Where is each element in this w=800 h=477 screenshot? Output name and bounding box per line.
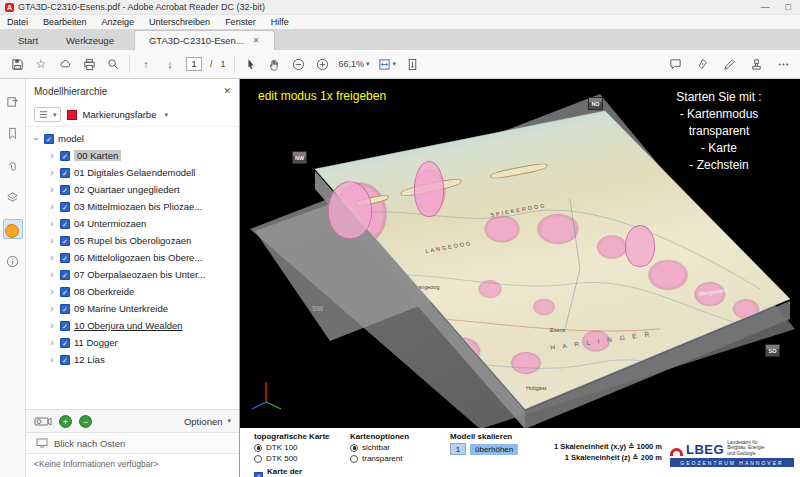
menu-fenster[interactable]: Fenster [225, 17, 256, 27]
expand-all-button[interactable]: + [59, 415, 72, 428]
select-tool-button[interactable] [243, 55, 259, 73]
menu-anzeige[interactable]: Anzeige [102, 17, 135, 27]
marker-color-label[interactable]: Markierungsfarbe [83, 109, 157, 120]
layers-button[interactable] [3, 187, 23, 207]
visibility-checkbox[interactable]: ✓ [60, 185, 70, 195]
radio-label[interactable]: DTK 100 [266, 443, 298, 452]
chevron-right-icon[interactable]: › [48, 338, 56, 348]
tab-werkzeuge[interactable]: Werkzeuge [52, 31, 128, 50]
next-page-button[interactable]: ↓ [162, 55, 178, 73]
chevron-right-icon[interactable]: › [48, 270, 56, 280]
visibility-checkbox[interactable]: ✓ [60, 304, 70, 314]
radio-transparent[interactable]: transparent [350, 454, 442, 463]
radio-button[interactable] [350, 444, 358, 452]
chevron-right-icon[interactable]: › [48, 219, 56, 229]
collapse-all-button[interactable]: − [79, 415, 92, 428]
radio-button[interactable] [254, 444, 262, 452]
tree-item[interactable]: ›✓10 Oberjura und Wealden [26, 317, 239, 334]
chevron-right-icon[interactable]: › [48, 355, 56, 365]
compass-cube-no[interactable]: NO [588, 97, 603, 110]
tab-document[interactable]: GTA3D-C2310-Esen... ✕ [134, 30, 275, 50]
favorites-button[interactable]: ☆ [33, 55, 49, 73]
attachments-button[interactable] [3, 155, 23, 175]
checkbox-checked[interactable]: ✓ [254, 472, 263, 477]
radio-dtk500[interactable]: DTK 500 [254, 454, 342, 463]
visibility-checkbox[interactable]: ✓ [60, 219, 70, 229]
radio-button[interactable] [350, 455, 358, 463]
chevron-right-icon[interactable]: › [48, 151, 56, 161]
stamp-button[interactable] [748, 55, 764, 73]
tree-item[interactable]: ›✓06 Mitteloligozaen bis Obere... [26, 249, 239, 266]
chevron-right-icon[interactable]: › [48, 253, 56, 263]
zoom-in-button[interactable] [315, 55, 331, 73]
salt-structures-checkbox-row[interactable]: ✓ Karte der Salzstrukturen [254, 467, 342, 477]
export-pdf-button[interactable] [3, 91, 23, 111]
visibility-checkbox[interactable]: ✓ [60, 168, 70, 178]
radio-sichtbar[interactable]: sichtbar [350, 443, 442, 452]
visibility-checkbox[interactable]: ✓ [60, 236, 70, 246]
page-number-input[interactable]: 1 [186, 57, 202, 71]
visibility-checkbox[interactable]: ✓ [60, 270, 70, 280]
search-button[interactable] [105, 55, 121, 73]
projector-icon[interactable] [34, 415, 52, 427]
fill-sign-button[interactable] [694, 55, 710, 73]
view-list-item[interactable]: Blick nach Osten [26, 433, 239, 453]
salt-structures-label[interactable]: Karte der Salzstrukturen [267, 467, 342, 477]
tree-item[interactable]: ›✓01 Digitales Gelaendemodell [26, 164, 239, 181]
tree-item[interactable]: ›✓05 Rupel bis Oberoligozaen [26, 232, 239, 249]
save-button[interactable] [9, 55, 25, 73]
marker-color-swatch[interactable] [67, 110, 77, 120]
visibility-checkbox[interactable]: ✓ [44, 134, 54, 144]
chevron-right-icon[interactable]: › [48, 185, 56, 195]
minimize-button[interactable]: — [761, 2, 770, 12]
scale-value-input[interactable]: 1 [450, 443, 466, 455]
share-button[interactable] [57, 55, 73, 73]
chevron-right-icon[interactable]: › [48, 321, 56, 331]
radio-dtk100[interactable]: DTK 100 [254, 443, 342, 452]
more-tools-button[interactable] [775, 55, 791, 73]
menu-bearbeiten[interactable]: Bearbeiten [43, 17, 87, 27]
chevron-right-icon[interactable]: › [48, 168, 56, 178]
chevron-down-icon[interactable]: ▾ [164, 111, 168, 119]
tree-item[interactable]: ›✓07 Oberpalaeozaen bis Unter... [26, 266, 239, 283]
tree-item[interactable]: ›✓04 Untermiozaen [26, 215, 239, 232]
zoom-out-button[interactable] [291, 55, 307, 73]
info-button[interactable] [3, 251, 23, 271]
visibility-checkbox[interactable]: ✓ [60, 338, 70, 348]
tree-root[interactable]: › ✓ model [26, 130, 239, 147]
menu-datei[interactable]: Datei [7, 17, 28, 27]
tree-item[interactable]: ›✓09 Marine Unterkreide [26, 300, 239, 317]
menu-hilfe[interactable]: Hilfe [271, 17, 289, 27]
tree-item[interactable]: ›✓00 Karten [26, 147, 239, 164]
zoom-level-dropdown[interactable]: 66,1% ▾ [339, 55, 370, 73]
hand-tool-button[interactable] [267, 55, 283, 73]
options-dropdown[interactable]: Optionen ▾ [184, 416, 231, 427]
tree-item[interactable]: ›✓03 Mittelmiozaen bis Pliozae... [26, 198, 239, 215]
compass-cube-nw[interactable]: NW [292, 151, 307, 164]
panel-close-icon[interactable]: ✕ [223, 86, 231, 96]
visibility-checkbox[interactable]: ✓ [60, 151, 70, 161]
chevron-right-icon[interactable]: › [48, 287, 56, 297]
tab-close-icon[interactable]: ✕ [253, 36, 260, 45]
visibility-checkbox[interactable]: ✓ [60, 253, 70, 263]
comment-button[interactable] [667, 55, 683, 73]
tree-item[interactable]: ›✓08 Oberkreide [26, 283, 239, 300]
tab-start[interactable]: Start [4, 31, 52, 50]
edit-button[interactable] [721, 55, 737, 73]
radio-label[interactable]: sichtbar [362, 443, 390, 452]
compass-cube-so[interactable]: SO [765, 344, 780, 357]
exaggerate-button[interactable]: überhöhen [470, 444, 518, 455]
tree-item[interactable]: ›✓02 Quartaer ungegliedert [26, 181, 239, 198]
chevron-expanded-icon[interactable]: › [31, 135, 41, 143]
radio-button[interactable] [254, 455, 262, 463]
tree-view-options-button[interactable]: ▾ [34, 107, 61, 122]
chevron-right-icon[interactable]: › [48, 236, 56, 246]
visibility-checkbox[interactable]: ✓ [60, 321, 70, 331]
tree-item[interactable]: ›✓11 Dogger [26, 334, 239, 351]
visibility-checkbox[interactable]: ✓ [60, 202, 70, 212]
radio-label[interactable]: DTK 500 [266, 454, 298, 463]
scroll-mode-button[interactable] [404, 55, 420, 73]
visibility-checkbox[interactable]: ✓ [60, 287, 70, 297]
tree-item[interactable]: ›✓12 Lias [26, 351, 239, 368]
chevron-right-icon[interactable]: › [48, 202, 56, 212]
